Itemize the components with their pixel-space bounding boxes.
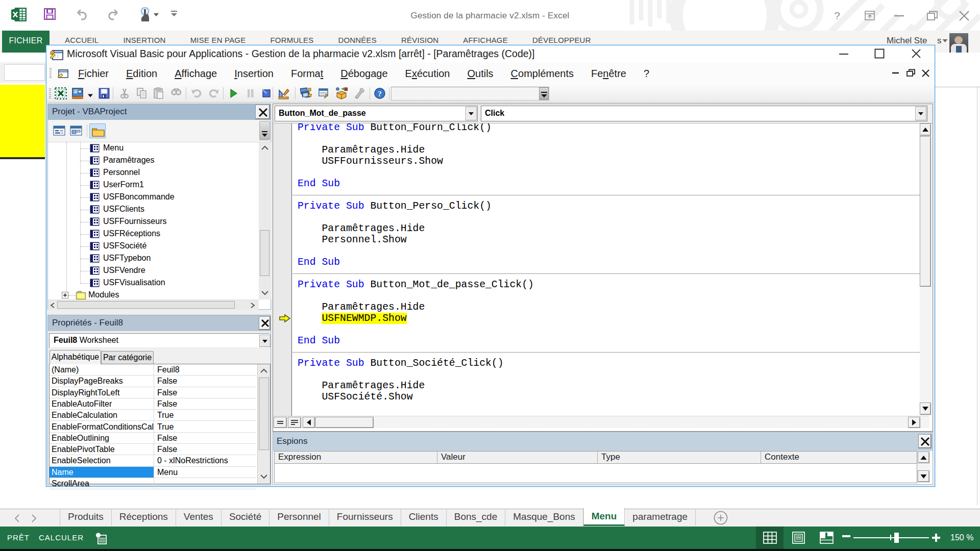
code-line-20[interactable]	[292, 346, 920, 358]
toolbox-button[interactable]	[352, 86, 366, 101]
property-name[interactable]: EnableFormatConditionsCalc	[50, 421, 154, 432]
code-line-15[interactable]	[292, 290, 920, 302]
code-window-icon[interactable]	[57, 69, 68, 79]
sheet-tab-ventes[interactable]: Ventes	[176, 509, 222, 526]
excel-help-icon[interactable]: ?	[832, 10, 842, 21]
vba-maximize-icon[interactable]	[874, 48, 885, 59]
toolbar-combobox-dropdown[interactable]	[539, 87, 549, 100]
properties-object-combo[interactable]: Feuil8 Worksheet	[49, 333, 270, 348]
sheet-tab-bons_cde[interactable]: Bons_cde	[447, 509, 506, 526]
code-editor[interactable]: Private Sub Button_Fourn_Click() Paramêt…	[292, 123, 920, 416]
code-line-4[interactable]	[292, 167, 920, 178]
properties-combo-dropdown[interactable]	[259, 335, 271, 347]
code-line-22[interactable]	[292, 369, 920, 380]
scroll-thumb[interactable]	[315, 417, 374, 428]
tree-item-label[interactable]: USFVendre	[103, 266, 145, 275]
sheet-tab-réceptions[interactable]: Réceptions	[112, 509, 176, 526]
vba-menu-compléments[interactable]: Compléments	[502, 63, 582, 85]
yellow-cell-region[interactable]	[0, 85, 45, 159]
tree-item-usftypebon[interactable]: USFTypebon	[48, 253, 259, 265]
code-line-2[interactable]: Paramêtrages.Hide	[292, 144, 920, 156]
code-line-10[interactable]: Personnel.Show	[292, 234, 920, 245]
code-line-8[interactable]	[292, 212, 920, 223]
vba-menu-insertion[interactable]: Insertion	[226, 63, 282, 85]
procedure-combo[interactable]: Button_Mot_de_passe	[275, 106, 478, 121]
watches-body[interactable]	[274, 464, 917, 483]
vba-menu-edition[interactable]: Edition	[117, 63, 166, 85]
property-row-displayrighttoleft[interactable]: DisplayRightToLeft False	[50, 387, 256, 398]
property-value[interactable]: False	[154, 433, 256, 443]
property-row-displaypagebreaks[interactable]: DisplayPageBreaks False	[50, 375, 256, 387]
property-row-name[interactable]: Name Menu	[50, 467, 256, 478]
break-button[interactable]	[243, 86, 257, 101]
property-value[interactable]: Menu	[154, 467, 256, 478]
code-line-9[interactable]: Paramêtrages.Hide	[292, 223, 920, 234]
code-line-0[interactable]: Private Sub Button_Fourn_Click()	[292, 123, 920, 133]
tree-item-label[interactable]: Modules	[88, 290, 119, 299]
event-combo-dropdown[interactable]	[915, 107, 926, 120]
design-mode-button[interactable]	[277, 86, 291, 101]
tree-item-label[interactable]: USFTypebon	[103, 254, 151, 263]
project-tree-vscrollbar[interactable]	[259, 142, 271, 299]
ribbon-display-options-icon[interactable]	[865, 11, 875, 21]
code-line-21[interactable]: Private Sub Button_Société_Click()	[292, 358, 920, 369]
code-line-13[interactable]	[292, 268, 920, 279]
status-calculate[interactable]: CALCULER	[39, 533, 84, 542]
code-hscrollbar[interactable]	[273, 416, 929, 428]
tree-item-usfréceptions[interactable]: USFRéceptions	[48, 228, 259, 240]
sheet-tab-masque_bons[interactable]: Masque_Bons	[505, 509, 583, 526]
child-restore-icon[interactable]	[906, 68, 916, 78]
scroll-down-button[interactable]	[920, 403, 931, 415]
tree-item-label[interactable]: USFVisualisation	[103, 278, 165, 287]
scroll-down-button[interactable]	[918, 470, 929, 482]
tree-item-label[interactable]: Menu	[103, 143, 124, 153]
code-line-5[interactable]: End Sub	[292, 178, 920, 189]
property-row-enableformatconditionscalc[interactable]: EnableFormatConditionsCalc True	[50, 421, 256, 433]
child-close-icon[interactable]	[921, 68, 930, 78]
scroll-left-button[interactable]	[303, 417, 315, 428]
find-button[interactable]	[169, 86, 183, 101]
tree-item-usfvisualisation[interactable]: USFVisualisation	[48, 277, 259, 289]
property-name[interactable]: EnableOutlining	[50, 433, 154, 443]
watches-close-button[interactable]	[918, 434, 932, 448]
name-box[interactable]	[4, 64, 45, 81]
code-line-24[interactable]: USFSociété.Show	[292, 391, 920, 403]
project-close-button[interactable]	[255, 105, 270, 119]
zoom-slider-handle[interactable]	[894, 533, 899, 543]
reset-button[interactable]	[259, 86, 274, 101]
property-name[interactable]: DisplayPageBreaks	[50, 375, 154, 386]
tab-fichier[interactable]: FICHIER	[2, 31, 50, 53]
save-button[interactable]	[97, 86, 111, 101]
property-value[interactable]: 0 - xlNoRestrictions	[154, 455, 256, 466]
property-value[interactable]: True	[154, 421, 256, 432]
property-value[interactable]: False	[154, 387, 256, 398]
tree-item-modules[interactable]: Modules	[48, 289, 259, 299]
code-line-12[interactable]: End Sub	[292, 257, 920, 268]
view-object-button[interactable]	[69, 123, 84, 138]
tree-item-label[interactable]: UserForm1	[103, 180, 144, 189]
watch-column-type[interactable]: Type	[598, 452, 761, 463]
full-module-view-button[interactable]	[288, 417, 301, 428]
cut-button[interactable]	[117, 86, 132, 101]
code-line-23[interactable]: Paramêtrages.Hide	[292, 380, 920, 391]
code-line-1[interactable]	[292, 133, 920, 144]
property-name[interactable]: DisplayRightToLeft	[50, 387, 154, 398]
code-line-7[interactable]: Private Sub Button_Perso_Click()	[292, 201, 920, 212]
tree-item-label[interactable]: Paramêtrages	[103, 156, 155, 165]
property-name[interactable]: (Name)	[50, 364, 154, 375]
vba-minimize-icon[interactable]	[839, 53, 849, 55]
sheet-tab-produits[interactable]: Produits	[60, 509, 112, 526]
sheet-tab-menu[interactable]: Menu	[583, 508, 625, 526]
view-code-button[interactable]	[52, 123, 67, 138]
toggle-folders-button[interactable]	[89, 123, 106, 138]
property-value[interactable]: False	[154, 375, 256, 386]
scroll-right-button[interactable]	[908, 417, 920, 428]
new-sheet-button[interactable]	[714, 511, 729, 526]
property-row-enableselection[interactable]: EnableSelection 0 - xlNoRestrictions	[50, 455, 256, 466]
sheet-tab-fournisseurs[interactable]: Fournisseurs	[329, 509, 401, 526]
code-line-18[interactable]	[292, 324, 920, 335]
project-tree-hscrollbar[interactable]	[48, 299, 259, 310]
vba-menu-help[interactable]: ?	[635, 63, 658, 85]
tree-item-usfboncommande[interactable]: USFBoncommande	[48, 191, 259, 204]
properties-vscrollbar[interactable]	[257, 364, 270, 484]
